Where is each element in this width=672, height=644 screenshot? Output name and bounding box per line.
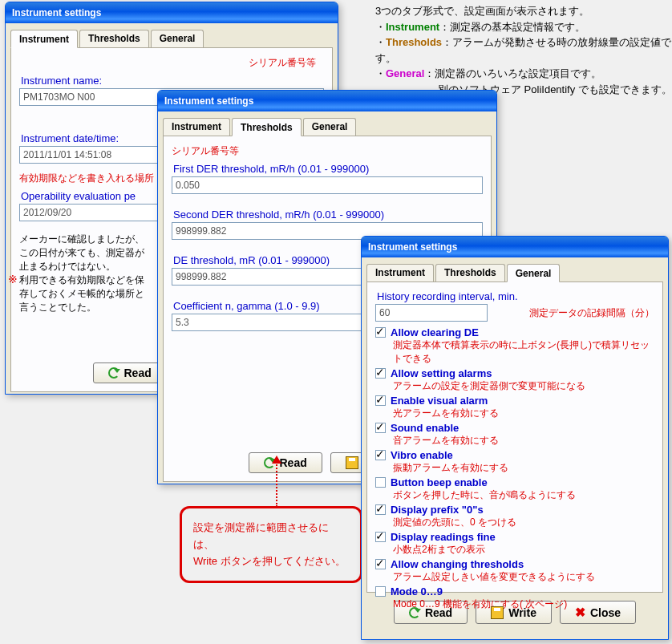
titlebar[interactable]: Instrument settings <box>6 2 338 23</box>
tab-instrument[interactable]: Instrument <box>366 264 434 281</box>
tab-thresholds[interactable]: Thresholds <box>79 30 149 47</box>
op-note: メーカーに確認しましたが、この日付が来ても、測定器が止まるわけではない。 利用で… <box>19 233 148 314</box>
tablist: Instrument Thresholds General <box>163 118 492 136</box>
callout-arrowhead-icon <box>272 456 281 464</box>
tab-general[interactable]: General <box>303 118 357 136</box>
tablist: Instrument Thresholds General <box>10 30 333 47</box>
checkbox-hint: アラーム設定しきい値を変更できるようにする <box>393 570 654 584</box>
notes-head: 3つのタブ形式で、設定画面が表示されます。 <box>375 3 672 19</box>
checkbox-label: Button beep enable <box>391 476 488 488</box>
floppy-icon <box>491 606 504 619</box>
titlebar[interactable]: Instrument settings <box>158 91 496 111</box>
hint-serial: シリアル番号等 <box>19 56 316 70</box>
window-title: Instrument settings <box>12 7 101 18</box>
general-item: Enable visual alarm光アラームを有効にする <box>375 395 654 420</box>
hist-field[interactable]: 60 <box>375 304 488 322</box>
checkbox[interactable] <box>375 450 386 460</box>
tab-thresholds[interactable]: Thresholds <box>435 264 505 281</box>
name-label: Instrument name: <box>21 75 324 87</box>
callout-line2: Write ボタンを押してください。 <box>193 553 349 570</box>
panel-general: History recording interval, min. 60 測定デー… <box>366 281 663 593</box>
general-item: Allow clearing DE測定器本体で積算表示の時に上ボタン(長押し)で… <box>375 326 654 366</box>
note-mark: ※ <box>8 273 18 286</box>
general-item: Allow changing thresholdsアラーム設定しきい値を変更でき… <box>375 558 654 584</box>
read-button[interactable]: Read <box>93 363 167 383</box>
checkbox[interactable] <box>375 423 386 433</box>
checkbox-label: Allow clearing DE <box>391 326 479 338</box>
note-thresholds-label: Thresholds <box>386 36 442 48</box>
general-item: Allow setting alarmsアラームの設定を測定器側で変更可能になる <box>375 367 654 393</box>
callout-line1: 設定を測定器に範囲させるには、 <box>193 520 349 553</box>
tab-thresholds[interactable]: Thresholds <box>232 118 302 136</box>
checkbox-hint: ボタンを押した時に、音が鳴るようにする <box>393 488 654 502</box>
notes-instrument-line: ・Instrument：測定器の基本設定情報です。 <box>375 19 672 35</box>
checkbox[interactable] <box>375 368 386 379</box>
checkbox-label: Vibro enable <box>391 449 453 461</box>
checkbox-hint: Mode 0…9 機能を有効にする( 次ページ) <box>393 597 654 611</box>
general-item: Display readings fine小数点2桁までの表示 <box>375 531 654 557</box>
notes-general-line: ・General：測定器のいろいろな設定項目です。 <box>375 66 672 82</box>
general-item: Vibro enable振動アラームを有効にする <box>375 449 654 475</box>
checkbox-hint: 音アラームを有効にする <box>393 434 654 448</box>
checkbox-hint: 光アラームを有効にする <box>393 407 654 420</box>
hist-label: History recording interval, min. <box>377 290 654 302</box>
tab-general[interactable]: General <box>507 264 561 282</box>
titlebar[interactable]: Instrument settings <box>362 237 668 257</box>
note-instrument-desc: ：測定器の基本設定情報です。 <box>439 21 585 33</box>
general-item: Button beep enableボタンを押した時に、音が鳴るようにする <box>375 476 654 502</box>
note-instrument-label: Instrument <box>386 21 439 33</box>
checkbox-label: Allow changing thresholds <box>391 558 524 570</box>
checkbox-label: Display prefix "0"s <box>391 504 484 516</box>
note-general-desc: ：測定器のいろいろな設定項目です。 <box>424 67 601 79</box>
checkbox[interactable] <box>375 395 386 406</box>
window-title: Instrument settings <box>368 241 457 253</box>
checkbox[interactable] <box>375 327 386 338</box>
checkbox-label: Display readings fine <box>391 531 496 543</box>
checkbox-hint: 測定値の先頭に、0 をつける <box>393 516 654 529</box>
tablist: Instrument Thresholds General <box>366 264 663 281</box>
callout-arrow <box>276 459 277 507</box>
general-item: Sound enable音アラームを有効にする <box>375 422 654 448</box>
page-notes: 3つのタブ形式で、設定画面が表示されます。 ・Instrument：測定器の基本… <box>375 3 672 97</box>
checkbox[interactable] <box>375 504 386 515</box>
read-button[interactable]: Read <box>249 452 322 473</box>
f1-label: First DER threshold, mR/h (0.01 - 999000… <box>173 163 483 175</box>
refresh-icon <box>409 607 420 618</box>
notes-thresholds-line: ・Thresholds：アラームが発動させる時の放射線量の設定値です。 <box>375 34 672 66</box>
hist-hint: 測定データの記録間隔（分） <box>491 306 654 320</box>
window-title: Instrument settings <box>164 95 253 107</box>
checkbox-hint: 小数点2桁までの表示 <box>393 543 654 557</box>
refresh-icon <box>108 367 119 379</box>
tab-instrument[interactable]: Instrument <box>163 118 230 136</box>
window-general: Instrument settings Instrument Threshold… <box>361 236 669 640</box>
checkbox-label: Sound enable <box>391 422 459 434</box>
callout-box: 設定を測定器に範囲させるには、 Write ボタンを押してください。 <box>180 506 362 583</box>
checkbox-label: Allow setting alarms <box>391 367 492 379</box>
checkbox[interactable] <box>375 532 386 542</box>
checkbox[interactable] <box>375 559 386 569</box>
checkbox[interactable] <box>375 477 386 488</box>
checkbox-hint: アラームの設定を測定器側で変更可能になる <box>393 379 654 393</box>
checkbox-label: Mode 0…9 <box>391 585 443 597</box>
f1-field[interactable]: 0.050 <box>172 176 483 194</box>
tab-instrument[interactable]: Instrument <box>10 30 78 48</box>
checkbox-hint: 振動アラームを有効にする <box>393 461 654 475</box>
hint-serial: シリアル番号等 <box>172 144 483 158</box>
floppy-icon <box>346 456 358 469</box>
checkbox-hint: 測定器本体で積算表示の時に上ボタン(長押し)で積算リセットできる <box>393 338 654 366</box>
note-general-label: General <box>386 67 424 79</box>
f2-label: Second DER threshold, mR/h (0.01 - 99900… <box>173 209 483 221</box>
tab-general[interactable]: General <box>151 30 204 47</box>
checkbox-label: Enable visual alarm <box>391 395 488 407</box>
general-item: Display prefix "0"s測定値の先頭に、0 をつける <box>375 504 654 529</box>
checkbox[interactable] <box>375 586 386 597</box>
